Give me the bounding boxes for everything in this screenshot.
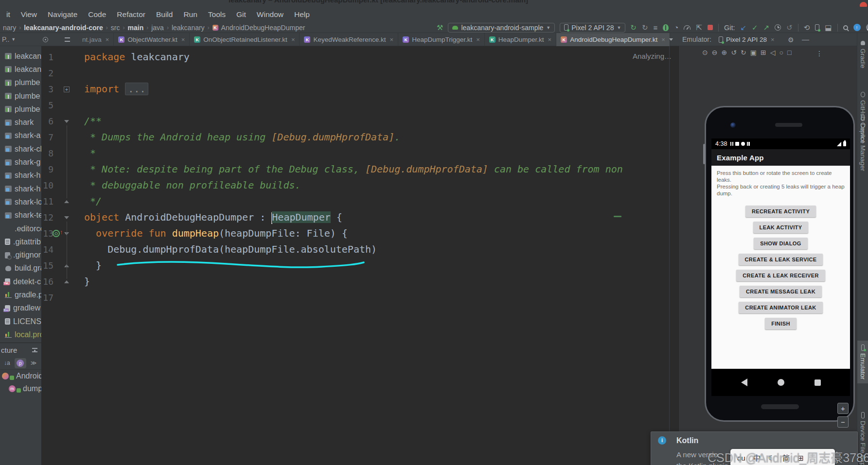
project-tree-item[interactable]: leakcan — [0, 50, 41, 63]
close-tab-icon[interactable]: × — [548, 36, 552, 43]
code-line[interactable]: 2 — [42, 65, 678, 81]
attach-profiler-icon[interactable]: ⇱ — [696, 24, 702, 31]
overview-icon[interactable] — [815, 379, 821, 386]
code-line[interactable]: 17 — [42, 290, 678, 306]
project-tree-item[interactable]: build.gra — [0, 262, 41, 275]
code-line[interactable]: 9 * Note: despite being part of the Debu… — [42, 161, 678, 177]
editor-tab[interactable]: K AndroidDebugHeapDumper.kt × — [556, 33, 670, 46]
code-line[interactable]: 6/** — [42, 113, 678, 129]
project-tree-item[interactable]: .gitattrib — [0, 235, 41, 248]
code-line[interactable]: 13O override fun dumpHeap(heapDumpFile: … — [42, 225, 678, 241]
code-line[interactable]: 10 * debuggable non profileable builds. — [42, 177, 678, 193]
rotate-right-icon[interactable]: ↻ — [741, 49, 746, 56]
structure-item[interactable]: AndroidD — [0, 370, 41, 382]
project-tree-item[interactable]: shark-g — [0, 155, 41, 169]
fold-marker-icon[interactable] — [64, 120, 69, 123]
rotate-left-icon[interactable]: ↺ — [731, 49, 737, 56]
power-icon[interactable]: ⊙ — [702, 49, 708, 56]
close-tab-icon[interactable]: × — [661, 36, 665, 43]
close-tab-icon[interactable]: × — [106, 36, 109, 43]
editor-scrollbar[interactable] — [669, 46, 670, 465]
rerun-icon[interactable]: ↻ — [630, 24, 637, 31]
menu-item[interactable]: Help — [289, 7, 315, 22]
project-tree-item[interactable]: local.pro — [0, 328, 41, 341]
editor-tab[interactable]: K OnObjectRetainedListener.kt × — [190, 33, 300, 46]
app-button[interactable]: FINISH — [765, 318, 796, 329]
code-line[interactable]: 8 * — [42, 145, 678, 161]
menu-item[interactable]: Window — [251, 7, 289, 22]
device-screen[interactable]: 4:38 Example App Press this button or r — [711, 138, 850, 396]
app-button[interactable]: SHOW DIALOG — [754, 238, 807, 249]
code-line[interactable]: 15 } — [42, 258, 678, 274]
locate-file-icon[interactable] — [43, 37, 48, 42]
project-tree-item[interactable]: shark-h — [0, 182, 41, 195]
editor-tab[interactable]: nt.java × — [78, 33, 114, 46]
app-button[interactable]: LEAK ACTIVITY — [753, 222, 809, 233]
screenshot-icon[interactable]: ▣ — [750, 49, 757, 56]
code-line[interactable]: 16} — [42, 274, 678, 290]
volume-down-icon[interactable]: ⊖ — [712, 49, 718, 56]
project-tree-item[interactable]: shark-cl — [0, 142, 41, 155]
more-options-icon[interactable]: ≫ — [31, 360, 37, 366]
code-line[interactable]: 7 * Dumps the Android heap using [Debug.… — [42, 129, 678, 145]
hide-panel-icon[interactable]: — — [802, 35, 809, 43]
zoom-in-button[interactable]: + — [837, 403, 849, 414]
fold-marker-icon[interactable] — [64, 280, 69, 283]
collapse-all-icon[interactable] — [65, 37, 70, 42]
search-everywhere-icon[interactable] — [843, 25, 848, 30]
editor-tab[interactable]: K HeapDumper.kt × — [485, 33, 556, 46]
breadcrumb-item[interactable]: AndroidDebugHeapDumper — [221, 24, 305, 32]
rollback-icon[interactable]: ↺ — [786, 24, 793, 31]
menu-item[interactable]: View — [16, 7, 42, 22]
project-tree-item[interactable]: shark-h — [0, 169, 41, 182]
profiler-icon[interactable] — [684, 25, 691, 30]
close-tab-icon[interactable]: × — [291, 36, 295, 43]
volume-up-icon[interactable]: ⊕ — [721, 49, 727, 56]
app-button[interactable]: CREATE MESSAGE LEAK — [740, 286, 822, 297]
project-tree-item[interactable]: leakcan — [0, 63, 41, 76]
editor-tab[interactable]: K ObjectWatcher.kt × — [114, 33, 190, 46]
close-tab-icon[interactable]: × — [390, 36, 394, 43]
breadcrumb-item[interactable]: src — [111, 24, 120, 32]
hidden-tabs-chevron-icon[interactable] — [669, 38, 673, 41]
home-icon[interactable]: ○ — [779, 49, 783, 56]
gradle-sync-icon[interactable]: ⟲ — [804, 24, 810, 31]
breadcrumb-item[interactable]: leakcanary — [172, 24, 205, 32]
more-icon[interactable]: ⋮ — [816, 50, 823, 57]
code-line[interactable]: 5 — [42, 97, 678, 113]
menu-item[interactable]: Tools — [203, 7, 231, 22]
close-tab-icon[interactable]: × — [181, 36, 185, 43]
project-tree-item[interactable]: .gitignor — [0, 248, 41, 261]
menu-item[interactable]: Refactor — [111, 7, 151, 22]
fold-expand-icon[interactable]: + — [64, 86, 70, 92]
code-line[interactable]: 3+import ... — [42, 81, 678, 97]
menu-item[interactable]: Git — [231, 7, 251, 22]
code-line[interactable]: 12object AndroidDebugHeapDumper : HeapDu… — [42, 209, 678, 225]
menu-item[interactable]: Build — [151, 7, 178, 22]
breadcrumb-item[interactable]: java — [151, 24, 164, 32]
project-tree-item[interactable]: .editorco — [0, 222, 41, 235]
fold-marker-icon[interactable] — [64, 216, 69, 219]
code-editor[interactable]: 1package leakcanary23+import ...56/**7 *… — [42, 46, 678, 465]
expand-collapse-icon[interactable] — [32, 348, 37, 352]
profile-avatar-icon[interactable] — [866, 24, 868, 31]
project-tree-item[interactable]: detekt-c — [0, 275, 41, 288]
gear-icon[interactable]: ⚙ — [788, 36, 794, 44]
overview-icon[interactable]: □ — [787, 49, 791, 56]
ide-update-icon[interactable]: ↑ — [853, 24, 861, 31]
code-line[interactable]: 11 */ — [42, 193, 678, 209]
project-view-select[interactable]: P.. — [2, 35, 9, 43]
menu-item[interactable]: Navigate — [42, 7, 83, 22]
project-tree-item[interactable]: shark-lo — [0, 195, 41, 208]
run-secondary-icon[interactable]: ↻ — [642, 24, 648, 31]
emulator-device-tab[interactable]: Pixel 2 API 28 × — [715, 35, 778, 44]
stop-icon[interactable] — [708, 25, 713, 30]
menu-item[interactable]: Code — [83, 7, 111, 22]
close-tab-icon[interactable]: × — [771, 36, 775, 43]
sort-alphabetically-icon[interactable]: ↓a — [4, 360, 10, 366]
history-icon[interactable] — [775, 24, 781, 31]
app-button[interactable]: CREATE & LEAK RECEIVER — [736, 270, 825, 281]
device-manager-icon[interactable] — [815, 24, 819, 31]
project-tree-item[interactable]: gradlew — [0, 302, 41, 315]
app-button[interactable]: CREATE ANIMATOR LEAK — [739, 302, 822, 313]
